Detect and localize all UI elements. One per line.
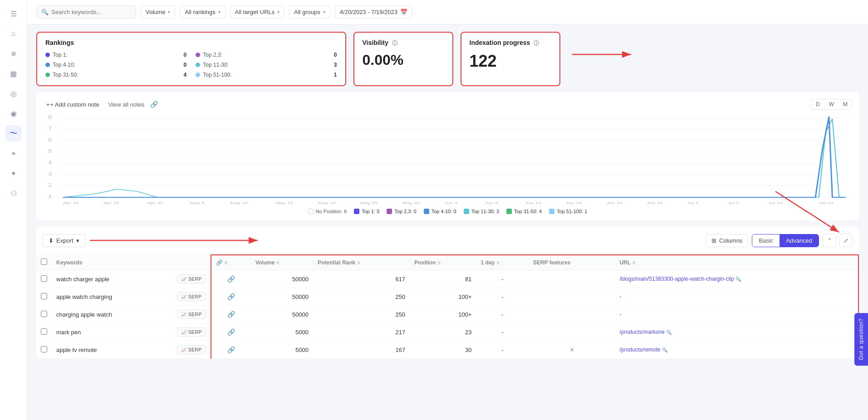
- view-notes-button[interactable]: View all notes: [108, 101, 145, 108]
- url-header[interactable]: URL ⇅: [615, 255, 858, 270]
- link-tool-icon: 🔗: [150, 101, 158, 108]
- link-cell: 🔗: [211, 306, 251, 323]
- chart-icon: 📈: [181, 330, 186, 335]
- chart-section: + + Add custom note View all notes 🔗 D W…: [36, 93, 859, 220]
- legend-checkbox[interactable]: [506, 209, 512, 214]
- volume-filter[interactable]: Volume ▾: [141, 5, 175, 19]
- hamburger-icon[interactable]: ☰: [5, 5, 22, 22]
- calendar-icon: 📅: [400, 9, 407, 15]
- svg-text:Jun 24: Jun 24: [606, 201, 623, 205]
- rankings-title: Rankings: [45, 39, 337, 46]
- link-cell: 🔗: [211, 288, 251, 306]
- legend-checkbox[interactable]: [308, 209, 314, 214]
- serp-button[interactable]: 📈 SERP: [177, 327, 206, 337]
- users-icon[interactable]: ⚇: [5, 185, 22, 201]
- links-icon[interactable]: ⚭: [5, 145, 22, 161]
- chart-icon: 📈: [181, 312, 186, 317]
- potential-rank-cell: 250: [313, 306, 410, 323]
- row-checkbox[interactable]: [41, 346, 47, 352]
- tools-icon[interactable]: ✦: [5, 165, 22, 181]
- url-link[interactable]: /products/remote: [619, 347, 660, 353]
- question-tab[interactable]: Got a question?: [854, 313, 868, 366]
- row-checkbox[interactable]: [41, 293, 47, 299]
- serp-button[interactable]: 📈 SERP: [177, 345, 206, 354]
- serp-cell[interactable]: 📈 SERP: [172, 341, 211, 359]
- legend-checkbox[interactable]: [387, 209, 392, 214]
- oneday-cell: -: [476, 323, 529, 341]
- oneday-header[interactable]: 1 day ⇅: [476, 255, 529, 270]
- rankings-filter[interactable]: All rankings ▾: [180, 5, 225, 19]
- period-day-button[interactable]: D: [811, 99, 824, 109]
- keywords-table: Keywords 🔗 ⇅ Volume ⇅ Potential Rank: [36, 254, 859, 359]
- groups-filter[interactable]: All groups ▾: [289, 5, 330, 19]
- serp-cell[interactable]: 📈 SERP: [172, 288, 211, 306]
- content-area: Rankings Top 1: 0 Top 2,3: 0 Top 4-10: [27, 24, 868, 420]
- search-icon: 🔍: [666, 330, 672, 335]
- legend-no-position[interactable]: No Position: 6: [308, 209, 347, 214]
- dashboard-icon[interactable]: ▦: [5, 65, 22, 82]
- chart-area: 8 7 6 5 4 3 2 1: [43, 114, 853, 205]
- row-checkbox[interactable]: [41, 328, 47, 335]
- add-note-button[interactable]: + + Add custom note: [43, 99, 103, 110]
- chart-legend: No Position: 6 Top 1: 0 Top 2,3: 0 Top 4…: [43, 209, 853, 214]
- chevron-icon: ▾: [218, 10, 221, 15]
- visibility-icon[interactable]: ◉: [5, 105, 22, 122]
- period-week-button[interactable]: W: [824, 99, 839, 109]
- ranking-top1: Top 1: 0: [45, 51, 186, 59]
- legend-checkbox[interactable]: [354, 209, 359, 214]
- volume-header[interactable]: Volume ⇅: [251, 255, 313, 270]
- legend-checkbox[interactable]: [464, 209, 469, 214]
- position-cell: 100+: [410, 288, 476, 306]
- search-box[interactable]: 🔍: [36, 5, 136, 19]
- legend-top23[interactable]: Top 2,3: 0: [387, 209, 416, 214]
- export-button[interactable]: ⬇ Export ▾: [43, 234, 85, 247]
- potential-rank-cell: 250: [313, 288, 410, 306]
- volume-cell: 50000: [251, 288, 313, 306]
- select-all-header: [36, 255, 52, 270]
- row-checkbox[interactable]: [41, 275, 47, 282]
- serp-button[interactable]: 📈 SERP: [177, 310, 206, 319]
- period-month-button[interactable]: M: [839, 99, 852, 109]
- potential-rank-header[interactable]: Potential Rank ⇅: [313, 255, 410, 270]
- keywords-header[interactable]: Keywords: [52, 255, 172, 270]
- svg-text:Apr 20: Apr 20: [63, 201, 79, 205]
- legend-top51100[interactable]: Top 51-100: 1: [549, 209, 587, 214]
- legend-top3150[interactable]: Top 31-50: 4: [506, 209, 542, 214]
- legend-top1130[interactable]: Top 11-30: 3: [464, 209, 499, 214]
- urls-filter[interactable]: All target URLs ▾: [230, 5, 284, 19]
- position-cell: 100+: [410, 306, 476, 323]
- svg-text:8: 8: [48, 115, 52, 120]
- url-link[interactable]: /products/markone: [619, 329, 664, 335]
- legend-checkbox[interactable]: [424, 209, 429, 214]
- date-range-picker[interactable]: 4/20/2023 - 7/19/2023 📅: [335, 5, 412, 19]
- serp-button[interactable]: 📈 SERP: [177, 274, 206, 283]
- columns-button[interactable]: ⊞ Columns: [706, 234, 748, 247]
- ranking-top410: Top 4-10: 0: [45, 61, 186, 69]
- table-row: apple watch charging 📈 SERP 🔗 50000 250 …: [36, 288, 858, 306]
- download-icon: ⬇: [49, 237, 54, 244]
- position-header[interactable]: Position ⇅: [410, 255, 476, 270]
- trends-icon[interactable]: 〜: [5, 125, 22, 142]
- serp-features-cell: [529, 306, 615, 323]
- link-header[interactable]: 🔗 ⇅: [211, 255, 251, 270]
- svg-text:Jul 9: Jul 9: [728, 201, 740, 205]
- url-link[interactable]: /blogs/main/51383300-apple-watch-chargin…: [619, 276, 734, 282]
- home-icon[interactable]: ⌂: [5, 25, 22, 42]
- volume-cell: 5000: [251, 341, 313, 359]
- rank-tracker-icon[interactable]: ⊕: [5, 45, 22, 62]
- legend-checkbox[interactable]: [549, 209, 554, 214]
- row-checkbox[interactable]: [41, 311, 47, 317]
- serp-cell[interactable]: 📈 SERP: [172, 323, 211, 341]
- serp-cell[interactable]: 📈 SERP: [172, 306, 211, 323]
- search-input[interactable]: [51, 9, 131, 15]
- chevron-icon: ▾: [277, 10, 280, 15]
- serp-features-header[interactable]: SERP features: [529, 255, 615, 270]
- top51100-dot: [196, 73, 200, 77]
- select-all-checkbox[interactable]: [41, 259, 47, 265]
- serp-button[interactable]: 📈 SERP: [177, 292, 206, 301]
- serp-cell[interactable]: 📈 SERP: [172, 270, 211, 288]
- legend-top1[interactable]: Top 1: 0: [354, 209, 379, 214]
- chart-toolbar: + + Add custom note View all notes 🔗 D W…: [43, 99, 853, 110]
- legend-top410[interactable]: Top 4-10: 0: [424, 209, 456, 214]
- reports-icon[interactable]: ◎: [5, 85, 22, 102]
